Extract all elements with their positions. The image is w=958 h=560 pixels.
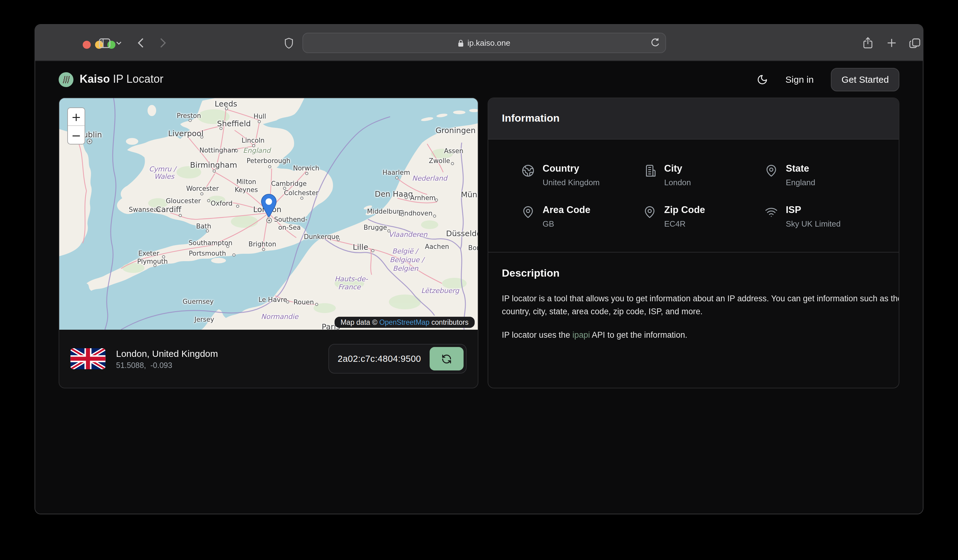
- city-dot: [226, 245, 229, 248]
- map-card: LeedsPrestonHullSheffieldDublinLiverpool…: [59, 98, 478, 389]
- city-dot: [153, 264, 157, 267]
- refresh-ip-button[interactable]: [430, 347, 463, 370]
- city-dot: [258, 120, 261, 123]
- info-item-country: Country United Kingdom: [522, 163, 643, 187]
- wifi-icon: [765, 206, 778, 228]
- location-coordinates: 51.5088, -0.093: [116, 361, 218, 370]
- reload-icon[interactable]: [650, 38, 660, 50]
- browser-window: ip.kaiso.one: [35, 24, 923, 514]
- url-bar[interactable]: ip.kaiso.one: [303, 33, 666, 53]
- city-dot: [157, 208, 160, 211]
- uk-flag: [70, 348, 106, 369]
- info-item-state: State England: [765, 163, 887, 187]
- city-dot: [189, 119, 192, 122]
- back-icon[interactable]: [134, 25, 148, 61]
- chevron-down-icon[interactable]: [114, 25, 123, 61]
- city-dot: [179, 214, 182, 217]
- city-dot: [451, 162, 454, 165]
- zoom-out-button[interactable]: −: [68, 126, 84, 144]
- building-icon: [643, 164, 656, 187]
- info-item-city: City London: [643, 163, 765, 187]
- close-window-button[interactable]: [83, 41, 91, 49]
- location-row: London, United Kingdom 51.5088, -0.093 2…: [59, 330, 478, 388]
- city-bullseye-dot: [87, 139, 92, 144]
- description-paragraph-1: IP locator is a tool that allows you to …: [502, 292, 899, 319]
- city-dot: [206, 229, 209, 232]
- globe-icon: [522, 164, 535, 187]
- ip-address: 2a02:c7c:4804:9500: [338, 354, 421, 364]
- privacy-shield-icon[interactable]: [282, 25, 296, 61]
- city-dot: [283, 187, 286, 190]
- location-name: London, United Kingdom: [116, 348, 218, 359]
- city-dot: [252, 144, 255, 147]
- lock-icon: [458, 39, 464, 47]
- description-section: Description IP locator is a tool that al…: [488, 252, 899, 357]
- city-dot: [300, 197, 303, 200]
- city-dot: [286, 300, 289, 303]
- description-title: Description: [502, 267, 885, 280]
- city-dot: [401, 213, 404, 216]
- ipapi-link[interactable]: ipapi: [573, 330, 590, 339]
- information-card: Information Country: [488, 98, 899, 389]
- page-content: Kaiso IP Locator Sign in Get Started: [35, 61, 923, 514]
- forward-icon[interactable]: [156, 25, 170, 61]
- kaiso-logo-icon: [59, 72, 73, 87]
- new-tab-icon[interactable]: [884, 25, 899, 61]
- city-dot: [236, 205, 239, 208]
- map[interactable]: LeedsPrestonHullSheffieldDublinLiverpool…: [59, 98, 478, 330]
- site-header: Kaiso IP Locator Sign in Get Started: [35, 61, 923, 98]
- info-item-isp: ISP Sky UK Limited: [765, 205, 887, 228]
- get-started-button[interactable]: Get Started: [831, 68, 899, 91]
- info-item-area-code: Area Code GB: [522, 205, 643, 228]
- city-dot: [262, 248, 265, 251]
- tab-overview-icon[interactable]: [907, 25, 923, 61]
- city-dot: [404, 196, 408, 199]
- information-header: Information: [488, 98, 899, 140]
- map-pin-icon: [643, 206, 656, 228]
- sign-in-link[interactable]: Sign in: [785, 74, 814, 84]
- sidebar-icon[interactable]: [96, 25, 113, 61]
- city-dot: [337, 238, 340, 241]
- map-zoom-control: + −: [67, 108, 85, 144]
- city-dot: [232, 254, 235, 257]
- url-text: ip.kaiso.one: [468, 38, 511, 48]
- city-dot: [235, 149, 238, 152]
- info-item-zip-code: Zip Code EC4R: [643, 205, 765, 228]
- information-title: Information: [502, 113, 560, 125]
- zoom-in-button[interactable]: +: [68, 108, 84, 126]
- map-pin-icon: [765, 164, 778, 187]
- map-pin-icon: [522, 206, 535, 228]
- information-grid: Country United Kingdom City: [488, 140, 899, 247]
- city-dot: [268, 165, 271, 168]
- ip-address-box[interactable]: 2a02:c7c:4804:9500: [328, 344, 467, 374]
- city-dot: [433, 214, 436, 217]
- browser-toolbar: ip.kaiso.one: [35, 25, 923, 61]
- city-dot: [225, 107, 228, 110]
- city-dot: [200, 192, 203, 195]
- refresh-icon: [441, 354, 452, 364]
- location-marker-icon[interactable]: [261, 194, 276, 222]
- description-paragraph-2: IP locator uses the ipapi API to get the…: [502, 328, 899, 342]
- city-dot: [435, 198, 438, 201]
- brand[interactable]: Kaiso IP Locator: [59, 72, 163, 87]
- city-dot: [315, 303, 318, 306]
- city-dot: [371, 249, 374, 252]
- city-dot: [305, 172, 308, 175]
- share-icon[interactable]: [860, 25, 875, 61]
- city-dot: [213, 170, 216, 173]
- city-dot: [395, 176, 398, 179]
- city-dot: [162, 255, 165, 259]
- theme-toggle-moon-icon[interactable]: [757, 74, 768, 85]
- city-dot: [200, 135, 203, 139]
- city-dot: [387, 229, 390, 232]
- brand-title: Kaiso IP Locator: [79, 73, 163, 86]
- city-dot: [207, 199, 210, 202]
- city-dot: [219, 127, 222, 130]
- map-attribution: Map data © OpenStreetMap contributors: [334, 317, 475, 328]
- openstreetmap-link[interactable]: OpenStreetMap: [379, 319, 429, 326]
